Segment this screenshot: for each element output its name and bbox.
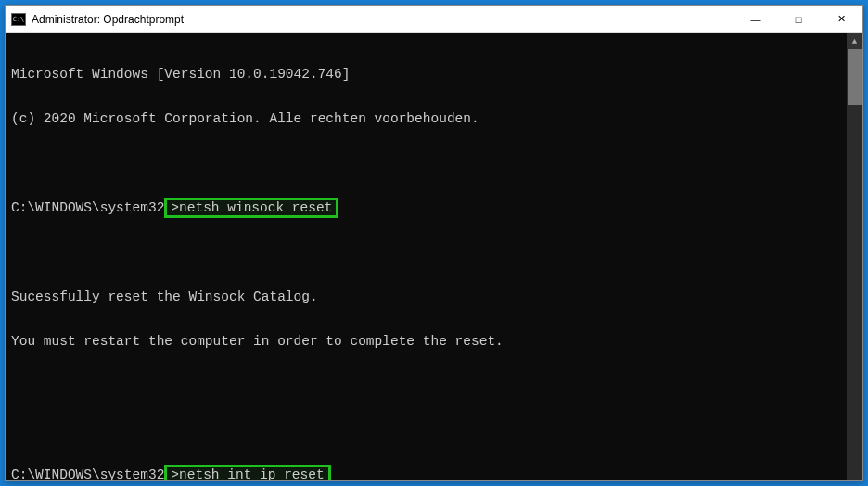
prompt-line-1: C:\WINDOWS\system32>netsh winsock reset — [11, 200, 857, 215]
titlebar[interactable]: Administrator: Opdrachtprompt — □ ✕ — [6, 6, 862, 33]
version-line: Microsoft Windows [Version 10.0.19042.74… — [11, 67, 857, 82]
close-button[interactable]: ✕ — [820, 6, 862, 32]
scroll-up-arrow[interactable]: ▲ — [847, 33, 862, 49]
command-prompt-window: Administrator: Opdrachtprompt — □ ✕ Micr… — [5, 5, 863, 481]
blank-line — [11, 423, 857, 438]
minimize-button[interactable]: — — [734, 6, 777, 32]
restart-notice-line: You must restart the computer in order t… — [11, 334, 857, 349]
vertical-scrollbar[interactable]: ▲ — [847, 33, 862, 480]
terminal-output[interactable]: Microsoft Windows [Version 10.0.19042.74… — [6, 33, 862, 480]
command-highlight-2: >netsh int ip reset — [164, 465, 330, 480]
window-title: Administrator: Opdrachtprompt — [32, 13, 734, 26]
blank-line — [11, 378, 857, 393]
maximize-button[interactable]: □ — [777, 6, 820, 32]
prompt-line-2: C:\WINDOWS\system32>netsh int ip reset — [11, 467, 857, 480]
blank-line — [11, 156, 857, 171]
scroll-thumb[interactable] — [848, 49, 862, 105]
winsock-success-line: Sucessfully reset the Winsock Catalog. — [11, 289, 857, 304]
cmd-icon — [11, 13, 26, 26]
window-controls: — □ ✕ — [734, 6, 862, 32]
blank-line — [11, 245, 857, 260]
prompt-path: C:\WINDOWS\system32 — [11, 200, 164, 215]
command-highlight-1: >netsh winsock reset — [164, 198, 338, 218]
copyright-line: (c) 2020 Microsoft Corporation. Alle rec… — [11, 111, 857, 126]
prompt-path: C:\WINDOWS\system32 — [11, 467, 164, 480]
